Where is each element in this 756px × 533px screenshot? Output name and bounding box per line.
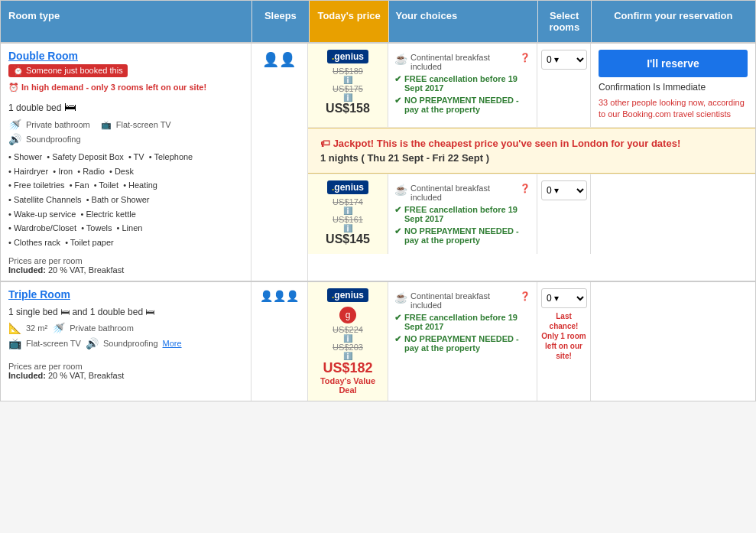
- strike2-d1: US$175: [312, 84, 384, 93]
- breakfast-text-1: Continental breakfast included: [410, 53, 517, 71]
- breakfast-text-triple: Continental breakfast included: [410, 291, 517, 310]
- help-icon-1[interactable]: ❓: [520, 53, 530, 63]
- header-room-type: Room type: [1, 1, 252, 42]
- no-prepay-triple: NO PREPAYMENT NEEDED - pay at the proper…: [404, 334, 530, 353]
- coffee-icon-1: ☕: [394, 53, 407, 65]
- triple-room-section: Triple Room 1 single bed 🛏 and 1 double …: [1, 281, 755, 401]
- strike2-info-d1: ℹ️: [312, 93, 384, 102]
- tv-icon-triple: 📺: [8, 337, 21, 349]
- triple-room-name[interactable]: Triple Room: [8, 288, 243, 301]
- triple-price-per-room: Prices are per room: [8, 362, 243, 371]
- free-cancel-2: FREE cancellation before 19 Sept 2017: [404, 205, 530, 223]
- sleeps-icons-triple: 👤👤👤: [260, 290, 299, 302]
- coffee-icon-triple: ☕: [394, 291, 407, 304]
- amenity-line-4: • Satellite Channels • Bath or Shower: [8, 193, 243, 207]
- double-select-row1[interactable]: 0 ▾ 1 2 3: [537, 44, 591, 127]
- help-icon-2[interactable]: ❓: [520, 184, 530, 193]
- double-price-row2: .genius US$174 ℹ️ US$161 ℹ️ US$145: [308, 174, 388, 254]
- bed-info: 1 double bed 🛏: [8, 100, 243, 114]
- strike1-info-d2: ℹ️: [312, 206, 384, 215]
- amenity-line-6: • Wardrobe/Closet • Towels • Linen: [8, 221, 243, 236]
- amenity-soundproofing: 🔊 Soundproofing: [8, 133, 243, 145]
- check-icon-2: ✔: [394, 96, 401, 106]
- strike1-d1: US$189: [312, 67, 384, 76]
- strike2-info-t1: ℹ️: [312, 352, 384, 360]
- size-icon: 📐: [8, 322, 21, 334]
- check-icon-5: ✔: [394, 313, 401, 323]
- double-room-name[interactable]: Double Room: [8, 50, 243, 62]
- amenity-line-1: • Shower • Safety Deposit Box • TV • Tel…: [8, 150, 243, 164]
- triple-amenities-row2: 📺 Flat-screen TV 🔊 Soundproofing More: [8, 337, 243, 349]
- strike1-d2: US$174: [312, 197, 384, 206]
- triple-choices-row1: ☕ Continental breakfast included ❓ ✔ FRE…: [388, 282, 537, 401]
- double-confirm-cell: I'll reserve Confirmation Is Immediate 3…: [591, 44, 755, 127]
- double-choices-row1: ☕ Continental breakfast included ❓ ✔ FRE…: [388, 44, 537, 127]
- no-prepay-2: NO PREPAYMENT NEEDED - pay at the proper…: [404, 226, 530, 245]
- header-price: Today's price: [310, 1, 390, 42]
- strike2-d2: US$161: [312, 215, 384, 224]
- final-price-d1: US$158: [312, 102, 384, 115]
- amenity-line-7: • Clothes rack • Toilet paper: [8, 236, 243, 250]
- amenity-line-5: • Wake-up service • Electric kettle: [8, 207, 243, 222]
- free-cancel-1: FREE cancellation before 19 Sept 2017: [404, 74, 530, 93]
- bath-text-triple: Private bathroom: [70, 323, 134, 333]
- double-select-row2[interactable]: 0 ▾ 1 2 3: [537, 174, 591, 254]
- header-choices: Your choices: [389, 1, 537, 42]
- genius-badge-1: .genius: [327, 50, 368, 63]
- free-cancel-triple: FREE cancellation before 19 Sept 2017: [404, 313, 530, 331]
- check-icon-6: ✔: [394, 334, 401, 344]
- sound-icon: 🔊: [8, 133, 21, 145]
- genius-circle-icon: g: [339, 307, 356, 323]
- select-double-2[interactable]: 0 ▾ 1 2 3: [541, 180, 587, 200]
- reserve-button[interactable]: I'll reserve: [599, 50, 748, 77]
- bathroom-icon: 🚿: [8, 119, 21, 131]
- high-demand-text: In high demand - only 3 rooms left on ou…: [8, 83, 243, 93]
- double-room-info: Double Room Someone just booked this In …: [1, 44, 251, 281]
- amenity-tv: 📺: [101, 120, 112, 130]
- jackpot-title: 🏷 Jackpot! This is the cheapest price yo…: [320, 138, 743, 149]
- strike1-t1: US$224: [312, 325, 384, 334]
- header-select: Select rooms: [538, 1, 592, 42]
- amenity-bathroom: 🚿 Private bathroom 📺 Flat-screen TV: [8, 119, 243, 131]
- final-price-d2: US$145: [312, 232, 384, 246]
- double-price-row1: .genius US$189 ℹ️ US$175 ℹ️ US$158: [308, 44, 388, 127]
- help-icon-triple[interactable]: ❓: [520, 291, 530, 301]
- triple-included-note: Included: 20 % VAT, Breakfast: [8, 371, 243, 380]
- strike1-info-t1: ℹ️: [312, 334, 384, 343]
- tv-text-triple: Flat-screen TV: [26, 339, 81, 348]
- sound-text-triple: Soundproofing: [103, 339, 158, 348]
- double-choices-row2: ☕ Continental breakfast included ❓ ✔ FRE…: [388, 174, 537, 254]
- just-booked-badge: Someone just booked this: [8, 64, 128, 77]
- jackpot-banner: 🏷 Jackpot! This is the cheapest price yo…: [308, 128, 755, 174]
- header-sleeps: Sleeps: [252, 1, 310, 42]
- price-per-room-note: Prices are per room: [8, 256, 243, 265]
- sleeps-icons-double: 👤👤: [262, 52, 296, 67]
- check-icon-4: ✔: [394, 226, 401, 236]
- amenity-line-2: • Hairdryer • Iron • Radio • Desk: [8, 164, 243, 179]
- triple-room-info: Triple Room 1 single bed 🛏 and 1 double …: [1, 282, 251, 401]
- included-note: Included: 20 % VAT, Breakfast: [8, 265, 243, 275]
- strike2-t1: US$203: [312, 343, 384, 352]
- triple-select-cell[interactable]: 0 ▾ 1 2 Last chance! Only 1 room left on…: [537, 282, 591, 401]
- more-link[interactable]: More: [163, 339, 182, 348]
- jackpot-tag-icon: 🏷: [320, 138, 330, 149]
- genius-badge-2: .genius: [327, 180, 368, 194]
- final-price-t1: US$182: [312, 360, 384, 376]
- check-icon-1: ✔: [394, 74, 401, 84]
- confirmation-immediate: Confirmation Is Immediate: [599, 82, 748, 93]
- sound-icon-triple: 🔊: [86, 337, 99, 349]
- bath-icon-triple: 🚿: [52, 322, 65, 334]
- header-confirm: Confirm your reservation: [592, 1, 755, 42]
- triple-room-sleeps: 👤👤👤: [251, 282, 308, 401]
- select-triple-1[interactable]: 0 ▾ 1 2: [541, 288, 587, 308]
- triple-amenities-row: 📐 32 m² 🚿 Private bathroom: [8, 322, 243, 334]
- genius-badge-triple: .genius: [327, 288, 368, 302]
- breakfast-text-2: Continental breakfast included: [410, 184, 517, 202]
- amenity-line-3: • Free toiletries • Fan • Toilet • Heati…: [8, 178, 243, 193]
- jackpot-nights: 1 nights ( Thu 21 Sept - Fri 22 Sept ): [320, 152, 743, 164]
- select-double-1[interactable]: 0 ▾ 1 2 3: [541, 50, 587, 70]
- coffee-icon-2: ☕: [394, 184, 407, 196]
- double-room-sleeps: 👤👤: [251, 44, 308, 281]
- double-confirm-empty: [591, 174, 755, 254]
- looking-now-text: 33 other people looking now, according t…: [599, 97, 748, 121]
